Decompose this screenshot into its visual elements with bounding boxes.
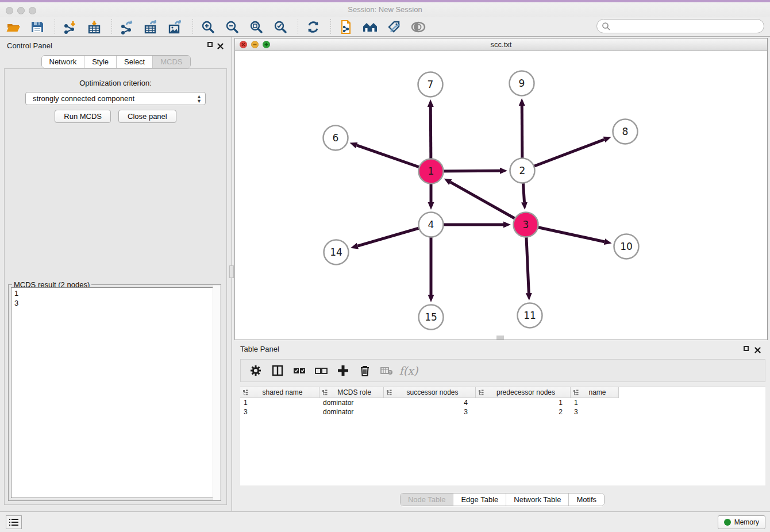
search-field[interactable] [596,19,764,33]
table-close-panel-icon[interactable] [754,345,761,356]
graph-node-6[interactable]: 6 [324,126,348,151]
float-panel-icon[interactable] [207,42,213,47]
table-cell[interactable]: 1 [571,398,619,407]
graph-node-9[interactable]: 9 [510,71,534,96]
refresh-view-icon[interactable] [305,19,321,35]
graph-node-7[interactable]: 7 [418,72,443,97]
import-table-icon[interactable] [86,19,102,35]
table-cell[interactable]: dominator [319,398,384,407]
network-canvas[interactable]: 7968124314101511 [235,51,767,340]
graph-node-4[interactable]: 4 [419,213,444,237]
memory-button[interactable]: Memory [718,515,765,529]
column-header-name[interactable]: name [571,387,619,398]
open-session-icon[interactable] [5,19,21,35]
tab-select[interactable]: Select [117,56,153,68]
clone-network-icon[interactable] [338,19,354,35]
graph-node-2[interactable]: 2 [510,159,535,183]
mcds-result-textarea[interactable]: 1 3 [11,287,218,498]
table-row[interactable]: 1dominator411 [240,398,765,407]
column-type-icon [386,390,392,395]
node-table-header: shared nameMCDS rolesuccessor nodesprede… [240,387,765,398]
svg-text:9: 9 [519,78,525,89]
task-history-button[interactable] [6,515,22,529]
search-input[interactable] [613,21,764,32]
graph-node-15[interactable]: 15 [419,305,444,330]
first-neighbors-icon[interactable] [362,19,378,35]
table-toolbar: f(x) [240,359,765,382]
network-view-window: scc.txt 7968124314101511 [234,38,768,340]
column-header-predecessor-nodes[interactable]: predecessor nodes [476,387,571,398]
table-cell[interactable]: 3 [571,407,619,417]
delete-table-icon[interactable] [379,363,394,378]
node-table: shared nameMCDS rolesuccessor nodesprede… [240,387,765,485]
delete-column-trash-icon[interactable] [357,363,372,378]
criterion-select[interactable]: strongly connected component ▲▼ [25,92,206,105]
table-row[interactable]: 3dominator323 [240,407,765,417]
control-panel: Control Panel Network Style Select MCDS … [0,37,232,511]
svg-text:7: 7 [428,79,434,90]
svg-text:4: 4 [428,219,434,230]
horizontal-splitter-handle[interactable] [496,336,504,340]
tab-style[interactable]: Style [84,56,117,68]
table-cell[interactable]: 2 [476,407,571,417]
tab-network[interactable]: Network [41,56,84,68]
window-title: Session: New Session [0,5,770,14]
close-panel-icon[interactable] [217,41,224,52]
add-column-plus-icon[interactable] [336,363,351,378]
tab-motifs[interactable]: Motifs [569,494,604,506]
svg-text:8: 8 [622,126,629,137]
graph-edge-2-8[interactable] [522,140,605,171]
close-panel-button[interactable]: Close panel [118,110,176,123]
svg-text:10: 10 [620,241,633,252]
import-network-icon[interactable] [62,19,78,35]
select-all-check-icon[interactable] [292,363,307,378]
export-table-icon[interactable] [143,19,159,35]
hide-labels-icon[interactable] [386,19,402,35]
table-cell[interactable]: dominator [319,407,384,417]
vertical-splitter-handle[interactable] [229,265,234,278]
tab-mcds[interactable]: MCDS [153,56,190,68]
graph-node-3[interactable]: 3 [514,213,538,237]
column-header-successor-nodes[interactable]: successor nodes [384,387,476,398]
table-cell[interactable]: 4 [384,398,476,407]
zoom-out-icon[interactable] [224,19,240,35]
table-float-panel-icon[interactable] [744,346,749,351]
table-cell[interactable]: 3 [240,407,319,417]
show-columns-icon[interactable] [270,363,285,378]
app-titlebar: Session: New Session [0,2,770,17]
column-header-shared-name[interactable]: shared name [240,387,319,398]
function-builder-icon[interactable]: f(x) [401,363,416,378]
result-scrollbar[interactable] [213,286,220,500]
graph-node-1[interactable]: 1 [419,159,444,184]
save-session-icon[interactable] [29,19,45,35]
toolbar-separator [298,19,298,35]
column-type-icon [573,390,579,395]
graph-node-11[interactable]: 11 [518,303,542,328]
svg-text:6: 6 [333,132,339,144]
column-header-MCDS-role[interactable]: MCDS role [319,387,384,398]
table-cell[interactable]: 3 [384,407,476,417]
toggle-visibility-eye-icon[interactable] [410,19,426,35]
list-icon [9,518,18,526]
tab-edge-table[interactable]: Edge Table [453,494,506,506]
tab-network-table[interactable]: Network Table [506,494,569,506]
table-options-gear-icon[interactable] [248,363,263,378]
network-window-titlebar[interactable]: scc.txt [235,38,767,51]
run-mcds-button[interactable]: Run MCDS [55,110,111,123]
zoom-selected-icon[interactable] [272,19,288,35]
table-cell[interactable]: 1 [476,398,571,407]
table-panel: Table Panel f(x) shared nameMCDS rolesu [234,340,770,511]
graph-node-8[interactable]: 8 [613,119,638,144]
toolbar-separator [330,19,331,35]
table-cell[interactable]: 1 [240,398,319,407]
zoom-fit-icon[interactable] [248,19,264,35]
graph-node-10[interactable]: 10 [614,234,639,259]
export-network-icon[interactable] [119,19,135,35]
deselect-all-icon[interactable] [314,363,329,378]
export-image-icon[interactable] [167,19,183,35]
tab-node-table[interactable]: Node Table [401,494,454,506]
control-panel-header: Control Panel [0,37,232,54]
graph-node-14[interactable]: 14 [324,240,349,265]
zoom-in-icon[interactable] [200,19,216,35]
column-type-icon [322,390,328,395]
